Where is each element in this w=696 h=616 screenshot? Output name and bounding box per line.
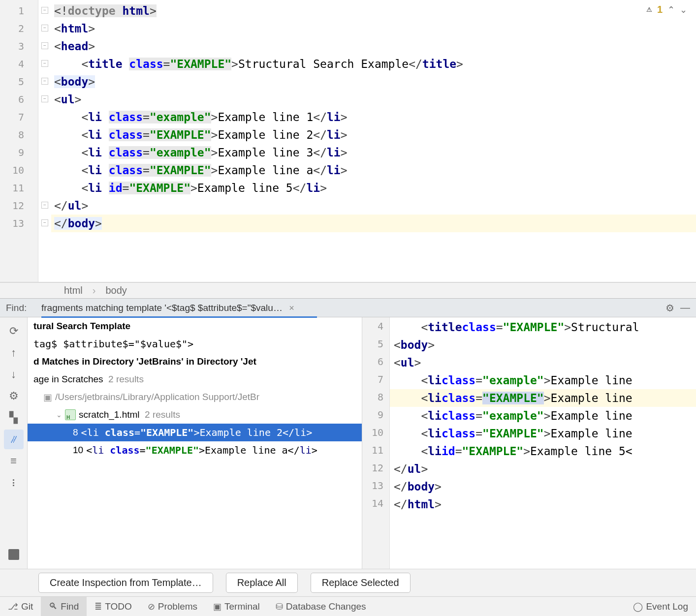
- chevron-down-icon[interactable]: ⌄: [56, 411, 62, 419]
- status-db[interactable]: ⛁Database Changes: [268, 597, 374, 616]
- git-branch-icon: ⎇: [8, 601, 18, 612]
- search-icon: 🔍︎: [49, 601, 58, 612]
- fold-column: −−−−−−−−: [38, 0, 51, 282]
- group-icon[interactable]: ⫶: [4, 473, 24, 493]
- expand-icon[interactable]: ≡: [4, 451, 24, 471]
- breadcrumb-item[interactable]: body: [105, 285, 127, 296]
- status-find[interactable]: 🔍︎Find: [41, 597, 87, 616]
- find-tool-window: Find: fragments matching template '<$tag…: [0, 298, 696, 596]
- replace-selected-button[interactable]: Replace Selected: [311, 573, 411, 593]
- result-row[interactable]: 8 <li class="EXAMPLE">Example line 2</li…: [28, 424, 362, 441]
- event-log-icon: ◯: [633, 601, 643, 612]
- breadcrumb-separator-icon: ›: [93, 285, 96, 296]
- create-inspection-button[interactable]: Create Inspection from Template…: [38, 573, 213, 593]
- editor-code[interactable]: <!doctype html><html><head> <title class…: [51, 0, 696, 282]
- replace-all-button[interactable]: Replace All: [226, 573, 298, 593]
- find-query-tab[interactable]: fragments matching template '<$tag$ $att…: [41, 303, 660, 313]
- prev-highlight-icon[interactable]: ⌃: [667, 4, 675, 15]
- minimize-icon[interactable]: —: [680, 302, 690, 313]
- status-terminal[interactable]: ▣Terminal: [205, 597, 268, 616]
- close-tab-icon[interactable]: ×: [289, 303, 294, 313]
- find-label: Find:: [6, 303, 41, 313]
- preview-toggle-icon[interactable]: [8, 549, 19, 560]
- usage-group[interactable]: age in Scratches 2 results: [28, 370, 362, 388]
- main-editor: 12345678910111213 −−−−−−−− <!doctype htm…: [0, 0, 696, 282]
- rerun-icon[interactable]: ⟳: [4, 321, 24, 341]
- folder-icon: ▣: [43, 392, 52, 403]
- status-bar: ⎇Git 🔍︎Find ≣TODO ⊘Problems ▣Terminal ⛁D…: [0, 596, 696, 616]
- breadcrumb-item[interactable]: html: [64, 285, 83, 296]
- template-title: tural Search Template: [33, 321, 130, 332]
- find-results-tree[interactable]: tural Search Template tag$ $attribute$="…: [28, 317, 362, 569]
- warning-icon: ⚠: [646, 6, 652, 13]
- database-icon: ⛁: [276, 601, 283, 612]
- warning-count: 1: [657, 4, 663, 15]
- inspection-widget[interactable]: ⚠ 1 ⌃ ⌄: [646, 4, 687, 15]
- breadcrumb[interactable]: html › body: [0, 282, 696, 298]
- terminal-icon: ▣: [213, 601, 221, 612]
- status-event-log[interactable]: ◯Event Log: [625, 597, 696, 616]
- file-node[interactable]: ⌄ scratch_1.html 2 results: [28, 406, 362, 424]
- result-row[interactable]: 10 <li class="EXAMPLE">Example line a</l…: [28, 441, 362, 459]
- find-preview[interactable]: 4567891011121314 <title class="EXAMPLE">…: [362, 317, 696, 569]
- status-problems[interactable]: ⊘Problems: [140, 597, 205, 616]
- prev-result-icon[interactable]: ↑: [4, 343, 24, 363]
- find-footer: Create Inspection from Template… Replace…: [0, 569, 696, 596]
- status-todo[interactable]: ≣TODO: [87, 597, 140, 616]
- find-toolbar: ⟳ ↑ ↓ ⚙ ▚ ⫽ ≡ ⫶: [0, 317, 28, 569]
- settings-icon[interactable]: ⚙: [4, 386, 24, 406]
- problems-icon: ⊘: [148, 601, 155, 612]
- status-git[interactable]: ⎇Git: [0, 597, 41, 616]
- next-result-icon[interactable]: ↓: [4, 365, 24, 384]
- template-pattern: tag$ $attribute$="$value$">: [33, 338, 193, 350]
- gear-icon[interactable]: ⚙: [665, 302, 674, 314]
- collapse-icon[interactable]: ▚: [4, 408, 24, 428]
- matches-heading: d Matches in Directory 'JetBrains' in Di…: [33, 356, 256, 367]
- find-header: Find: fragments matching template '<$tag…: [0, 299, 696, 317]
- folder-node[interactable]: ▣ /Users/jetbrains/Library/Application S…: [28, 388, 362, 406]
- list-icon: ≣: [95, 601, 102, 612]
- filter-icon[interactable]: ⫽: [4, 430, 24, 449]
- html-file-icon: [65, 409, 76, 420]
- editor-gutter: 12345678910111213: [0, 0, 38, 282]
- next-highlight-icon[interactable]: ⌄: [680, 4, 687, 15]
